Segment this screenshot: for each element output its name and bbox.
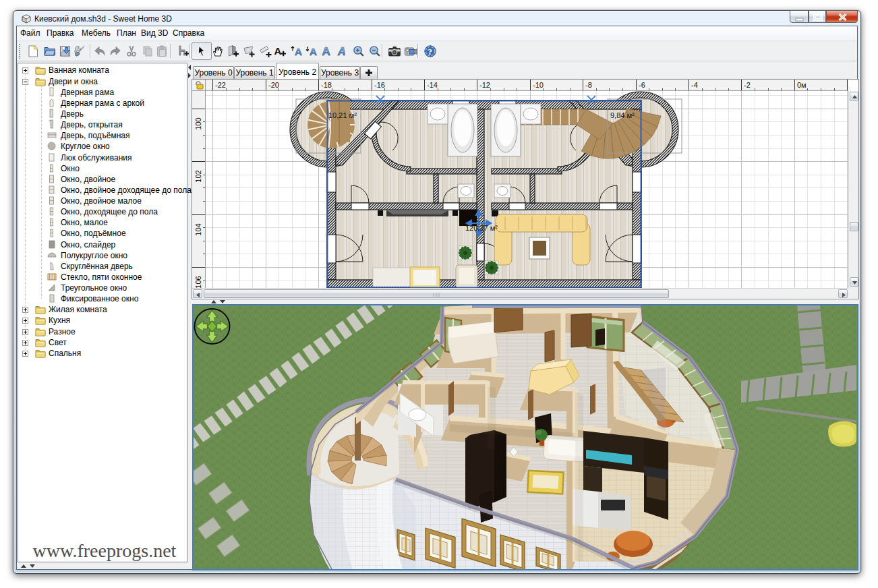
svg-text:120,27 м²: 120,27 м² xyxy=(465,224,498,232)
svg-text:10,21 м²: 10,21 м² xyxy=(328,111,357,119)
svg-text:-10: -10 xyxy=(533,81,544,89)
svg-text:A: A xyxy=(322,45,330,58)
svg-text:-20: -20 xyxy=(268,81,279,89)
svg-text:-22: -22 xyxy=(215,81,226,89)
svg-text:9,84 м²: 9,84 м² xyxy=(610,111,635,119)
svg-text:100: 100 xyxy=(194,117,202,129)
svg-text:-12: -12 xyxy=(479,81,490,89)
svg-text:A: A xyxy=(310,46,317,57)
svg-text:0м: 0м xyxy=(797,81,807,89)
svg-text:-8: -8 xyxy=(585,81,592,89)
svg-text:106: 106 xyxy=(194,276,202,288)
svg-text:-4: -4 xyxy=(691,81,698,89)
svg-text:-18: -18 xyxy=(321,81,332,89)
svg-text:104: 104 xyxy=(194,223,202,235)
svg-text:-16: -16 xyxy=(374,81,385,89)
svg-text:A: A xyxy=(295,46,302,57)
svg-text:-14: -14 xyxy=(427,81,438,89)
svg-text:?: ? xyxy=(428,47,432,57)
svg-text:A: A xyxy=(274,45,282,57)
svg-text:102: 102 xyxy=(194,170,202,182)
svg-text:-2: -2 xyxy=(744,81,751,89)
svg-text:A: A xyxy=(337,46,346,57)
svg-text:-6: -6 xyxy=(639,81,645,89)
